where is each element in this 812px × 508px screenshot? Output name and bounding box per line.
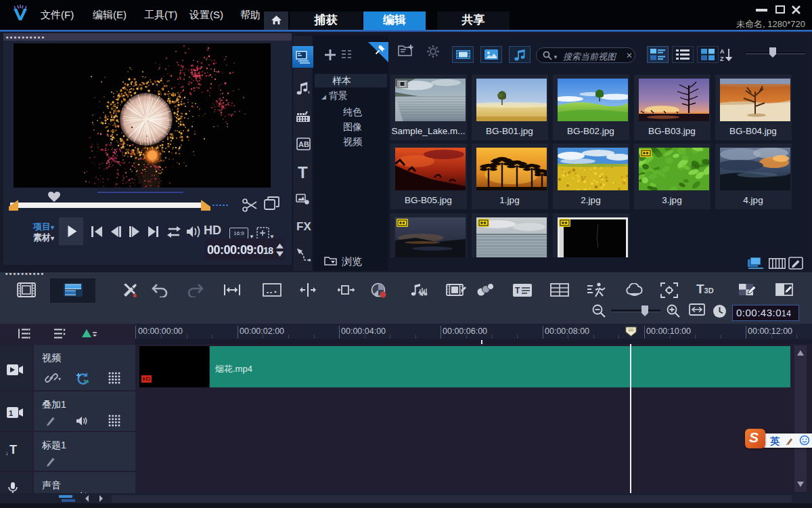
- svg-text:T: T: [515, 286, 520, 295]
- svg-text:Z: Z: [720, 56, 724, 62]
- svg-text:AB: AB: [298, 140, 309, 148]
- svg-text:1: 1: [9, 409, 13, 417]
- svg-text:A: A: [720, 48, 725, 55]
